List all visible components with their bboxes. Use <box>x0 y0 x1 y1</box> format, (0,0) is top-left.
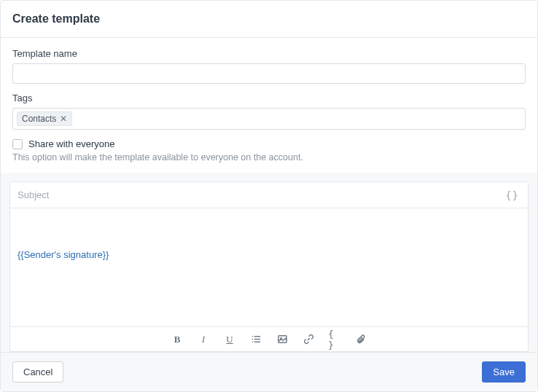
modal-title: Create template <box>12 12 526 26</box>
svg-point-3 <box>252 336 253 337</box>
svg-point-4 <box>252 339 253 340</box>
template-name-input[interactable] <box>12 63 526 84</box>
paperclip-icon <box>356 334 367 345</box>
tags-group: Tags Contacts ✕ <box>12 93 526 130</box>
list-button[interactable] <box>249 333 262 346</box>
attachment-button[interactable] <box>354 333 367 346</box>
svg-point-5 <box>252 342 253 343</box>
cancel-button[interactable]: Cancel <box>12 361 63 383</box>
share-help-text: This option will make the template avail… <box>12 152 526 162</box>
share-label: Share with everyone <box>28 138 115 149</box>
signature-token: {{Sender's signature}} <box>17 249 521 260</box>
template-name-label: Template name <box>12 48 526 59</box>
tags-input[interactable]: Contacts ✕ <box>12 108 526 130</box>
email-body-editor[interactable]: {{Sender's signature}} <box>10 208 528 326</box>
template-name-group: Template name <box>12 48 526 84</box>
list-icon <box>251 334 262 345</box>
link-button[interactable] <box>302 333 315 346</box>
underline-button[interactable]: U <box>223 333 236 346</box>
modal-body: Template name Tags Contacts ✕ Share with… <box>1 38 537 162</box>
share-checkbox[interactable] <box>12 139 23 149</box>
italic-button[interactable]: I <box>197 333 210 346</box>
tag-remove-icon[interactable]: ✕ <box>60 114 67 123</box>
tag-label: Contacts <box>22 114 56 124</box>
modal-header: Create template <box>1 1 537 38</box>
save-button[interactable]: Save <box>482 361 526 383</box>
editor-box: {} {{Sender's signature}} B I U { } <box>9 181 529 352</box>
insert-variable-button[interactable]: {} <box>504 188 521 203</box>
bold-button[interactable]: B <box>171 333 184 346</box>
link-icon <box>303 334 314 345</box>
editor-toolbar: B I U { } <box>10 326 528 351</box>
image-button[interactable] <box>276 333 289 346</box>
create-template-modal: Create template Template name Tags Conta… <box>0 0 538 392</box>
tag-chip-contacts: Contacts ✕ <box>17 111 72 126</box>
tags-label: Tags <box>12 93 526 103</box>
subject-input[interactable] <box>17 189 504 200</box>
variables-button[interactable]: { } <box>328 333 341 346</box>
image-icon <box>277 334 288 345</box>
editor-section: {} {{Sender's signature}} B I U { } <box>1 173 537 391</box>
subject-row: {} <box>10 182 528 208</box>
modal-footer: Cancel Save <box>1 352 537 391</box>
share-row: Share with everyone <box>12 138 526 149</box>
